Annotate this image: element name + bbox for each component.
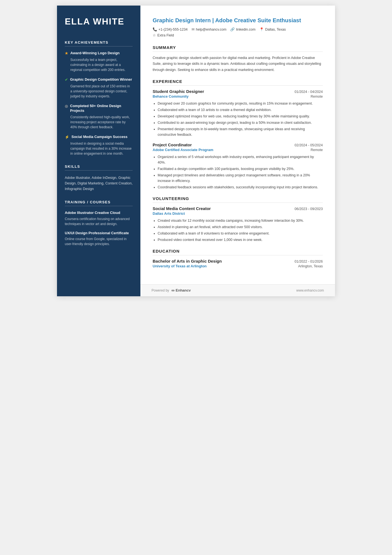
achievement-title-text: Graphic Design Competition Winner <box>70 77 132 82</box>
job-org-row: Adobe Certified Associate Program Remote <box>153 148 323 152</box>
education-heading: EDUCATION <box>153 249 323 253</box>
logo-icon: ∞ <box>171 288 174 293</box>
education-divider <box>153 255 323 255</box>
list-item: Assisted in planning an art festival, wh… <box>158 224 323 230</box>
edu-location: Arlington, Texas <box>298 264 323 268</box>
list-item: Managed project timelines and deliverabl… <box>158 172 323 184</box>
course-item: UX/UI Design Professional Certificate On… <box>65 231 133 247</box>
edu-header: Bachelor of Arts in Graphic Design 01/20… <box>153 259 323 263</box>
job-location: Remote <box>311 95 323 98</box>
achievement-item: ✔ Graphic Design Competition Winner Garn… <box>65 77 133 99</box>
job-org-row: Dallas Arts District <box>153 211 323 216</box>
volunteering-list: Social Media Content Creator 06/2023 - 0… <box>153 206 323 243</box>
list-item: Developed optimized images for web use, … <box>158 114 323 119</box>
list-item: Coordinated feedback sessions with stake… <box>158 184 323 190</box>
education-entry: Bachelor of Arts in Graphic Design 01/20… <box>153 259 323 268</box>
phone-icon: 📞 <box>153 27 157 31</box>
summary-divider <box>153 51 323 52</box>
title-line2: Adobe Creative Suite Enthusiast <box>215 17 301 23</box>
job-title: Project Coordinator <box>153 142 192 147</box>
summary-heading: SUMMARY <box>153 45 323 50</box>
header-title: Graphic Design Intern | Adobe Creative S… <box>153 17 323 24</box>
footer-website: www.enhancv.com <box>296 288 324 292</box>
job-org: Adobe Certified Associate Program <box>153 148 213 152</box>
skills-text: Adobe Illustrator, Adobe InDesign, Graph… <box>65 175 133 192</box>
achievement-title-text: Completed 50+ Online Design Projects <box>70 104 133 113</box>
list-item: Contributed to an award-winning logo des… <box>158 120 323 125</box>
extra-field-row: ☆ Extra Field <box>153 33 323 37</box>
list-item: Created visuals for 12 monthly social me… <box>158 218 323 223</box>
phone-contact: 📞 +1-(234)-555-1234 <box>153 27 188 31</box>
edu-school: University of Texas at Arlington <box>153 264 207 268</box>
achievement-icon: ★ <box>65 51 68 56</box>
education-list: Bachelor of Arts in Graphic Design 01/20… <box>153 259 323 268</box>
job-title: Social Media Content Creator <box>153 206 211 211</box>
email-contact: ✉ help@enhancv.com <box>192 27 227 31</box>
job-bullets: Organized a series of 5 virtual workshop… <box>153 154 323 190</box>
job-org: Dallas Arts District <box>153 211 185 216</box>
experience-list: Student Graphic Designer 01/2024 - 04/20… <box>153 89 323 190</box>
job-dates: 02/2024 - 05/2024 <box>295 143 323 147</box>
linkedin-icon: 🔗 <box>230 27 235 31</box>
job-header: Social Media Content Creator 06/2023 - 0… <box>153 206 323 211</box>
job-title: Student Graphic Designer <box>153 89 204 94</box>
achievements-list: ★ Award-Winning Logo Design Successfully… <box>65 51 133 156</box>
powered-by-text: Powered by <box>152 288 169 292</box>
achievement-title: ⚡ Social Media Campaign Success <box>65 135 133 140</box>
location-text: Dallas, Texas <box>265 28 286 31</box>
job-bullets: Designed over 20 custom graphics for com… <box>153 101 323 137</box>
achievement-title-text: Award-Winning Logo Design <box>70 51 120 56</box>
job-location: Remote <box>311 148 323 152</box>
linkedin-text: linkedin.com <box>236 28 255 31</box>
training-heading: TRAINING / COURSES <box>65 200 133 206</box>
linkedin-contact: 🔗 linkedin.com <box>230 27 255 31</box>
list-item: Facilitated a design competition with 10… <box>158 166 323 172</box>
list-item: Collaborated with a team of 8 volunteers… <box>158 231 323 236</box>
phone-text: +1-(234)-555-1234 <box>158 28 188 31</box>
extra-field-text: Extra Field <box>157 33 174 37</box>
candidate-name: ELLA WHITE <box>65 17 133 26</box>
list-item: Designed over 20 custom graphics for com… <box>158 101 323 106</box>
key-achievements-heading: KEY ACHIEVEMENTS <box>65 40 133 46</box>
list-item: Presented design concepts in bi-weekly t… <box>158 126 323 137</box>
volunteering-divider <box>153 203 323 203</box>
courses-list: Adobe Illustrator Creative Cloud Courser… <box>65 211 133 247</box>
achievement-title: ★ Award-Winning Logo Design <box>65 51 133 56</box>
achievement-icon: ◎ <box>65 104 68 109</box>
job-org-row: Behance Community Remote <box>153 94 323 98</box>
achievement-item: ⚡ Social Media Campaign Success Involved… <box>65 135 133 156</box>
main-content: Graphic Design Intern | Adobe Creative S… <box>140 6 335 284</box>
edu-dates: 01/2022 - 01/2026 <box>295 260 323 263</box>
enhancv-logo: ∞ Enhancv <box>171 288 191 293</box>
location-contact: 📍 Dallas, Texas <box>259 27 286 31</box>
achievement-desc: Consistently delivered high-quality work… <box>70 115 133 130</box>
course-desc: Online course from Google, specialized i… <box>65 236 133 246</box>
course-desc: Coursera certification focusing on advan… <box>65 216 133 226</box>
sidebar: ELLA WHITE KEY ACHIEVEMENTS ★ Award-Winn… <box>57 6 140 296</box>
experience-divider <box>153 85 323 86</box>
email-icon: ✉ <box>192 27 195 31</box>
course-title: Adobe Illustrator Creative Cloud <box>65 211 133 215</box>
achievement-item: ★ Award-Winning Logo Design Successfully… <box>65 51 133 72</box>
contact-row: 📞 +1-(234)-555-1234 ✉ help@enhancv.com 🔗… <box>153 27 323 31</box>
list-item: Produced video content that received ove… <box>158 237 323 243</box>
achievement-title-text: Social Media Campaign Success <box>71 135 128 139</box>
experience-heading: EXPERIENCE <box>153 79 323 84</box>
job-org: Behance Community <box>153 94 188 98</box>
job-header: Project Coordinator 02/2024 - 05/2024 <box>153 142 323 147</box>
job-block: Project Coordinator 02/2024 - 05/2024 Ad… <box>153 142 323 190</box>
job-block: Social Media Content Creator 06/2023 - 0… <box>153 206 323 243</box>
brand-name: Enhancv <box>176 288 191 292</box>
list-item: Collaborated with a team of 10 artists t… <box>158 107 323 113</box>
list-item: Organized a series of 5 virtual workshop… <box>158 154 323 165</box>
achievement-title: ✔ Graphic Design Competition Winner <box>65 77 133 82</box>
footer-left: Powered by ∞ Enhancv <box>152 288 191 293</box>
footer: Powered by ∞ Enhancv www.enhancv.com <box>140 284 335 296</box>
location-icon: 📍 <box>259 27 264 31</box>
achievement-item: ◎ Completed 50+ Online Design Projects C… <box>65 104 133 130</box>
achievement-icon: ⚡ <box>65 135 69 140</box>
job-bullets: Created visuals for 12 monthly social me… <box>153 218 323 243</box>
edu-org-row: University of Texas at Arlington Arlingt… <box>153 264 323 268</box>
course-item: Adobe Illustrator Creative Cloud Courser… <box>65 211 133 226</box>
achievement-desc: Successfully led a team project, culmina… <box>70 57 133 72</box>
